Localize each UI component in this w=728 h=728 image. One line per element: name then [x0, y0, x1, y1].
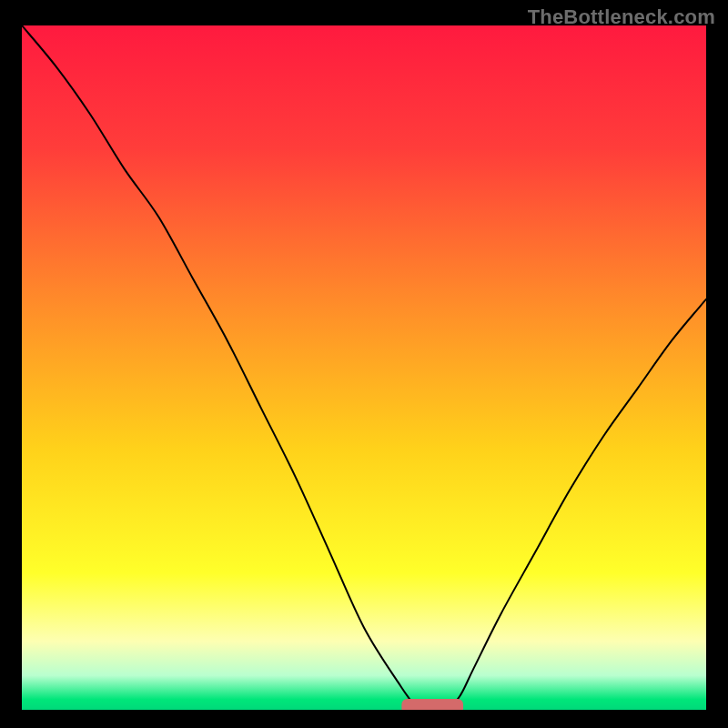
chart-container: TheBottleneck.com	[0, 0, 728, 728]
bottleneck-chart	[22, 25, 706, 710]
gradient-background	[22, 25, 706, 710]
watermark-text: TheBottleneck.com	[528, 5, 715, 29]
plot-area	[22, 25, 706, 710]
optimal-marker	[401, 699, 463, 710]
